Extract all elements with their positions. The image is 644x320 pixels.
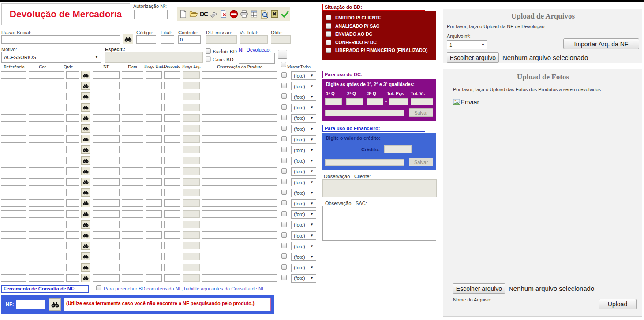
situacao-checkbox-3[interactable]	[326, 40, 331, 45]
nf-row-input[interactable]	[93, 125, 120, 132]
data-input[interactable]	[122, 264, 143, 271]
desconto-input[interactable]	[164, 114, 180, 122]
cor-input[interactable]	[29, 104, 64, 111]
row-search-button[interactable]	[81, 71, 90, 79]
preco-unit-input[interactable]	[146, 221, 162, 228]
nf-row-input[interactable]	[93, 274, 120, 282]
row-search-button[interactable]	[81, 188, 90, 197]
foto-select[interactable]: (foto) ▼	[291, 71, 316, 80]
cor-input[interactable]	[29, 125, 64, 132]
qtde-row-input[interactable]	[66, 135, 79, 143]
foto-select[interactable]: (foto) ▼	[291, 189, 316, 197]
arquivo-no-select[interactable]: 1 ▼	[447, 40, 487, 49]
cor-input[interactable]	[29, 189, 64, 196]
desconto-input[interactable]	[164, 242, 180, 249]
data-input[interactable]	[122, 104, 143, 111]
foto-select[interactable]: (foto) ▼	[291, 104, 316, 112]
dc-q1-input[interactable]	[325, 98, 342, 105]
cor-input[interactable]	[29, 93, 64, 100]
referencia-input[interactable]	[1, 253, 26, 260]
referencia-input[interactable]	[1, 167, 26, 175]
data-input[interactable]	[122, 71, 143, 79]
financeiro-salvar-button[interactable]: Salvar	[409, 158, 433, 166]
referencia-input[interactable]	[1, 274, 26, 282]
dc-salvar-button[interactable]: Salvar	[409, 108, 433, 117]
foto-select[interactable]: (foto) ▼	[291, 93, 316, 101]
preco-unit-input[interactable]	[146, 114, 162, 122]
row-search-button[interactable]	[81, 135, 90, 143]
row-search-button[interactable]	[81, 92, 90, 100]
dc-q3-input[interactable]	[367, 98, 383, 105]
qtde-row-input[interactable]	[66, 71, 79, 79]
qtde-row-input[interactable]	[66, 253, 79, 260]
cor-input[interactable]	[29, 253, 64, 260]
nf-row-input[interactable]	[93, 114, 120, 122]
row-search-button[interactable]	[81, 210, 90, 218]
referencia-input[interactable]	[1, 264, 26, 271]
referencia-input[interactable]	[1, 125, 26, 132]
observacao-produto-input[interactable]	[202, 157, 277, 164]
qtde-row-input[interactable]	[66, 274, 79, 282]
nf-row-input[interactable]	[93, 264, 120, 271]
foto-select[interactable]: (foto) ▼	[291, 210, 316, 219]
foto-select[interactable]: (foto) ▼	[291, 264, 316, 272]
preco-unit-input[interactable]	[146, 125, 162, 132]
row-checkbox[interactable]	[281, 275, 287, 280]
referencia-input[interactable]	[1, 71, 26, 79]
qtde-row-input[interactable]	[66, 221, 79, 228]
data-input[interactable]	[122, 125, 143, 132]
preco-unit-input[interactable]	[146, 135, 162, 143]
qtde-row-input[interactable]	[66, 167, 79, 175]
desconto-input[interactable]	[164, 146, 180, 153]
observacao-produto-input[interactable]	[202, 189, 277, 196]
data-input[interactable]	[122, 114, 143, 122]
cor-input[interactable]	[29, 114, 64, 122]
qtde-row-input[interactable]	[66, 242, 79, 249]
row-checkbox[interactable]	[281, 264, 287, 270]
data-input[interactable]	[122, 178, 143, 186]
foto-select[interactable]: (foto) ▼	[291, 242, 316, 250]
qtde-row-input[interactable]	[66, 157, 79, 164]
qtde-row-input[interactable]	[66, 114, 79, 122]
qtde-row-input[interactable]	[66, 146, 79, 153]
observacao-produto-input[interactable]	[202, 93, 277, 100]
row-checkbox[interactable]	[281, 72, 287, 78]
foto-select[interactable]: (foto) ▼	[291, 178, 316, 186]
observacao-produto-input[interactable]	[202, 104, 277, 111]
row-checkbox[interactable]	[281, 147, 287, 152]
nf-row-input[interactable]	[93, 93, 120, 100]
importar-arq-nf-button[interactable]: Importar Arq. da NF	[563, 38, 639, 49]
foto-select[interactable]: (foto) ▼	[291, 135, 316, 144]
cor-input[interactable]	[29, 82, 64, 89]
nf-row-input[interactable]	[93, 242, 120, 249]
preco-unit-input[interactable]	[146, 167, 162, 175]
preco-unit-input[interactable]	[146, 189, 162, 196]
nf-row-input[interactable]	[93, 253, 120, 260]
preco-unit-input[interactable]	[146, 157, 162, 164]
preco-unit-input[interactable]	[146, 71, 162, 79]
nf-row-input[interactable]	[93, 221, 120, 228]
preco-unit-input[interactable]	[146, 242, 162, 249]
cor-input[interactable]	[29, 231, 64, 239]
referencia-input[interactable]	[1, 104, 26, 111]
observacao-produto-input[interactable]	[202, 146, 277, 153]
dc-tot-vr-input[interactable]	[411, 98, 433, 105]
nf-row-input[interactable]	[93, 82, 120, 89]
referencia-input[interactable]	[1, 242, 26, 249]
row-checkbox[interactable]	[281, 104, 287, 110]
row-search-button[interactable]	[81, 167, 90, 175]
qtde-row-input[interactable]	[66, 82, 79, 89]
observacao-produto-input[interactable]	[202, 274, 277, 282]
data-input[interactable]	[122, 210, 143, 218]
desconto-input[interactable]	[164, 178, 180, 186]
qtde-row-input[interactable]	[66, 210, 79, 218]
nf-row-input[interactable]	[93, 104, 120, 111]
foto-select[interactable]: (foto) ▼	[291, 221, 316, 229]
preco-unit-input[interactable]	[146, 178, 162, 186]
referencia-input[interactable]	[1, 210, 26, 218]
preco-unit-input[interactable]	[146, 104, 162, 111]
row-search-button[interactable]	[81, 274, 90, 282]
cor-input[interactable]	[29, 210, 64, 218]
escolher-arquivo-foto-button[interactable]: Escolher arquivo	[453, 283, 505, 294]
referencia-input[interactable]	[1, 146, 26, 153]
